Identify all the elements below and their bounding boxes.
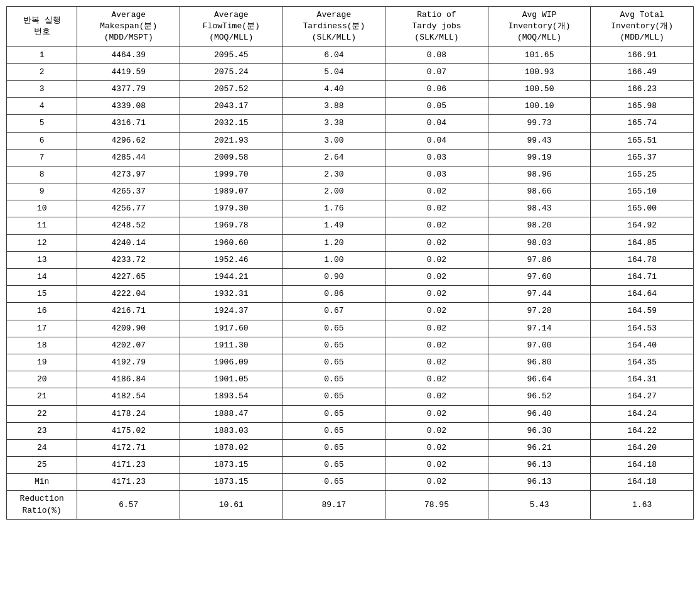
cell-flowtime: 1917.60 [180,320,283,337]
table-row: 21 4182.54 1893.54 0.65 0.02 96.52 164.2… [7,388,694,405]
cell-run-no: 5 [7,115,77,132]
cell-wip: 101.65 [488,46,591,63]
header-ratio-tardy: Ratio of Tardy jobs (SLK/MLL) [385,7,488,47]
cell-flowtime: 2009.58 [180,149,283,166]
cell-wip: 96.40 [488,405,591,422]
min-row: Min 4171.23 1873.15 0.65 0.02 96.13 164.… [7,474,694,491]
cell-ratio: 0.02 [385,388,488,405]
table-row: 4 4339.08 2043.17 3.88 0.05 100.10 165.9… [7,98,694,115]
table-row: 17 4209.90 1917.60 0.65 0.02 97.14 164.5… [7,320,694,337]
table-row: 7 4285.44 2009.58 2.64 0.03 99.19 165.37 [7,149,694,166]
cell-run-no: 20 [7,371,77,388]
header-makespan: Average Makespan(분) (MDD/MSPT) [77,7,180,47]
table-row: 19 4192.79 1906.09 0.65 0.02 96.80 164.3… [7,354,694,371]
cell-tardiness: 0.65 [283,371,385,388]
cell-ratio: 0.03 [385,149,488,166]
cell-makespan: 4285.44 [77,149,180,166]
cell-wip: 97.86 [488,251,591,268]
cell-ratio: 0.02 [385,286,488,303]
main-table-wrapper: 반복 실행 번호 Average Makespan(분) (MDD/MSPT) … [6,6,694,520]
cell-run-no: 1 [7,46,77,63]
cell-total: 165.25 [591,166,694,183]
cell-flowtime: 2043.17 [180,98,283,115]
cell-total: 166.91 [591,46,694,63]
cell-run-no: 10 [7,200,77,217]
cell-flowtime: 1999.70 [180,166,283,183]
cell-wip: 100.50 [488,80,591,97]
cell-flowtime: 1969.78 [180,217,283,234]
cell-tardiness: 6.04 [283,46,385,63]
cell-ratio: 0.02 [385,217,488,234]
cell-tardiness: 3.38 [283,115,385,132]
cell-ratio: 0.02 [385,354,488,371]
cell-reduction-total: 1.63 [591,491,694,519]
table-row: 8 4273.97 1999.70 2.30 0.03 98.96 165.25 [7,166,694,183]
cell-flowtime: 1901.05 [180,371,283,388]
table-row: 24 4172.71 1878.02 0.65 0.02 96.21 164.2… [7,439,694,456]
cell-wip: 96.64 [488,371,591,388]
cell-total: 164.22 [591,422,694,439]
cell-makespan: 4216.71 [77,303,180,320]
cell-tardiness: 2.64 [283,149,385,166]
cell-reduction-tardiness: 89.17 [283,491,385,519]
cell-total: 164.31 [591,371,694,388]
cell-total: 164.20 [591,439,694,456]
cell-tardiness: 0.90 [283,269,385,286]
cell-ratio: 0.02 [385,251,488,268]
cell-min-total: 164.18 [591,474,694,491]
cell-total: 164.92 [591,217,694,234]
cell-makespan: 4316.71 [77,115,180,132]
cell-tardiness: 1.76 [283,200,385,217]
table-row: 22 4178.24 1888.47 0.65 0.02 96.40 164.2… [7,405,694,422]
cell-ratio: 0.02 [385,405,488,422]
cell-wip: 99.73 [488,115,591,132]
cell-makespan: 4256.77 [77,200,180,217]
cell-ratio: 0.02 [385,422,488,439]
cell-run-no: 18 [7,337,77,354]
cell-wip: 96.52 [488,388,591,405]
cell-min-flowtime: 1873.15 [180,474,283,491]
cell-wip: 96.13 [488,457,591,474]
cell-wip: 96.80 [488,354,591,371]
cell-total: 164.78 [591,251,694,268]
cell-flowtime: 2021.93 [180,132,283,149]
cell-ratio: 0.02 [385,457,488,474]
table-row: 3 4377.79 2057.52 4.40 0.06 100.50 166.2… [7,80,694,97]
table-row: 14 4227.65 1944.21 0.90 0.02 97.60 164.7… [7,269,694,286]
cell-makespan: 4209.90 [77,320,180,337]
cell-makespan: 4419.59 [77,63,180,80]
cell-ratio: 0.02 [385,303,488,320]
cell-run-no: 15 [7,286,77,303]
cell-ratio: 0.02 [385,439,488,456]
cell-ratio: 0.07 [385,63,488,80]
reduction-ratio-row: ReductionRatio(%) 6.57 10.61 89.17 78.95… [7,491,694,519]
cell-flowtime: 2057.52 [180,80,283,97]
cell-ratio: 0.02 [385,234,488,251]
cell-min-makespan: 4171.23 [77,474,180,491]
cell-run-no: 8 [7,166,77,183]
cell-wip: 98.03 [488,234,591,251]
cell-flowtime: 1932.31 [180,286,283,303]
cell-tardiness: 0.65 [283,320,385,337]
cell-tardiness: 3.00 [283,132,385,149]
cell-tardiness: 3.88 [283,98,385,115]
cell-total: 164.59 [591,303,694,320]
cell-wip: 96.30 [488,422,591,439]
cell-flowtime: 1888.47 [180,405,283,422]
cell-run-no: 6 [7,132,77,149]
cell-makespan: 4296.62 [77,132,180,149]
table-row: 20 4186.84 1901.05 0.65 0.02 96.64 164.3… [7,371,694,388]
cell-tardiness: 0.65 [283,388,385,405]
cell-ratio: 0.04 [385,132,488,149]
cell-min-tardiness: 0.65 [283,474,385,491]
cell-makespan: 4178.24 [77,405,180,422]
cell-tardiness: 0.65 [283,457,385,474]
cell-reduction-label: ReductionRatio(%) [7,491,77,519]
cell-flowtime: 1893.54 [180,388,283,405]
cell-tardiness: 0.65 [283,354,385,371]
cell-run-no: 16 [7,303,77,320]
cell-total: 164.18 [591,457,694,474]
cell-total: 165.51 [591,132,694,149]
table-row: 5 4316.71 2032.15 3.38 0.04 99.73 165.74 [7,115,694,132]
cell-wip: 98.96 [488,166,591,183]
